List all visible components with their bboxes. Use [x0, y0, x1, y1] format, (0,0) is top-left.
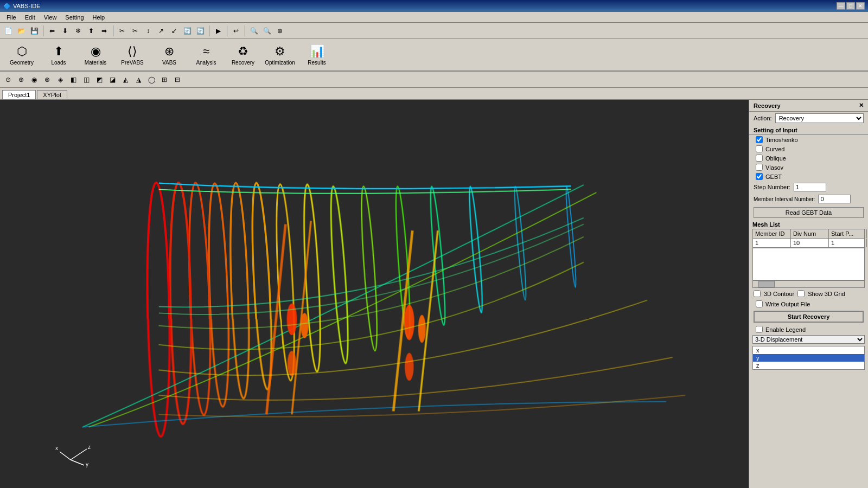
minimize-button[interactable]: —	[837, 2, 845, 10]
tb2-btn8[interactable]: ◩	[93, 74, 105, 86]
member-interval-input[interactable]	[818, 195, 851, 203]
axis-z[interactable]: z	[753, 362, 864, 369]
display-select-row: 3-D Displacement	[749, 334, 868, 345]
nav-label-results: Results	[308, 60, 326, 66]
back-button[interactable]: ⬅	[46, 25, 58, 37]
menu-item-view[interactable]: View	[40, 13, 61, 22]
maximize-button[interactable]: □	[846, 2, 855, 10]
nav-icon-results: 📊	[310, 44, 324, 59]
nav-btn-recovery[interactable]: ♻Recovery	[227, 40, 259, 69]
play-button[interactable]: ▶	[212, 25, 224, 37]
svg-text:z: z	[88, 444, 91, 450]
rotate1-button[interactable]: ↗	[155, 25, 167, 37]
menu-item-help[interactable]: Help	[88, 13, 110, 22]
open-button[interactable]: 📂	[15, 25, 27, 37]
step-number-label: Step Number:	[754, 184, 790, 190]
refresh2-button[interactable]: 🔄	[194, 25, 206, 37]
nav-btn-analysis[interactable]: ≈Analysis	[190, 40, 222, 69]
timoshenko-checkbox[interactable]	[756, 136, 763, 143]
zoom-in-button[interactable]: 🔍	[248, 25, 260, 37]
start-recovery-button[interactable]: Start Recovery	[754, 311, 864, 323]
action-select[interactable]: Recovery Strain Stress	[775, 113, 864, 123]
tb2-btn9[interactable]: ◪	[106, 74, 118, 86]
mesh-scrollbar[interactable]	[752, 280, 865, 288]
nav-btn-geometry[interactable]: ⬡Geometry	[5, 40, 38, 69]
axis-y[interactable]: y	[753, 354, 864, 362]
mesh-scroll-thumb[interactable]	[758, 281, 775, 287]
oblique-row: Oblique	[749, 153, 868, 163]
app-title: VABS-IDE	[13, 3, 41, 9]
tb2-btn10[interactable]: ◭	[119, 74, 131, 86]
down-button[interactable]: ⬇	[59, 25, 71, 37]
nav-btn-vabs[interactable]: ⊛VABS	[153, 40, 186, 69]
show-3d-grid-label: Show 3D Grid	[808, 291, 845, 297]
tb2-btn5[interactable]: ◈	[54, 74, 66, 86]
right-panel: Recovery ✕ Action: Recovery Strain Stres…	[749, 100, 868, 488]
refresh1-button[interactable]: 🔄	[181, 25, 193, 37]
axis-x[interactable]: x	[753, 346, 864, 354]
tb2-btn4[interactable]: ⊛	[41, 74, 53, 86]
nav-btn-optimization[interactable]: ⚙Optimization	[264, 40, 296, 69]
tb2-btn2[interactable]: ⊕	[15, 74, 27, 86]
menu-item-file[interactable]: File	[2, 13, 21, 22]
scale-button[interactable]: ↕	[142, 25, 154, 37]
nav-btn-results[interactable]: 📊Results	[301, 40, 333, 69]
zoom-fit-button[interactable]: 🔍	[261, 25, 273, 37]
save-button[interactable]: 💾	[28, 25, 40, 37]
nav-btn-prevabs[interactable]: ⟨⟩PreVABS	[116, 40, 149, 69]
forward-button[interactable]: ➡	[98, 25, 110, 37]
right-panel-header: Recovery ✕	[749, 100, 868, 112]
menu-item-edit[interactable]: Edit	[21, 13, 40, 22]
gebt-checkbox[interactable]	[756, 173, 763, 180]
nav-label-recovery: Recovery	[232, 60, 254, 66]
step-number-input[interactable]	[794, 183, 826, 191]
nav-btn-materials[interactable]: ◉Materials	[79, 40, 112, 69]
tb2-btn11[interactable]: ◮	[132, 74, 144, 86]
tb2-btn7[interactable]: ◫	[80, 74, 92, 86]
mesh-member-id: 1	[753, 239, 791, 247]
tb2-btn12[interactable]: ◯	[145, 74, 157, 86]
contour-3d-label: 3D Contour	[764, 291, 794, 297]
show-3d-grid-checkbox[interactable]	[797, 290, 805, 297]
svg-point-20	[288, 351, 296, 376]
tb2-btn13[interactable]: ⊞	[158, 74, 170, 86]
enable-legend-checkbox[interactable]	[756, 326, 763, 333]
viewport[interactable]: z x y	[0, 100, 749, 488]
tb2-btn14[interactable]: ⊟	[171, 74, 183, 86]
action-row: Action: Recovery Strain Stress	[749, 112, 868, 125]
vlasov-checkbox[interactable]	[756, 164, 763, 171]
tb2-btn6[interactable]: ◧	[67, 74, 79, 86]
menu-item-setting[interactable]: Setting	[61, 13, 88, 22]
nav-label-prevabs: PreVABS	[121, 60, 144, 66]
oblique-checkbox[interactable]	[756, 155, 763, 162]
curved-checkbox[interactable]	[756, 145, 763, 152]
undo-button[interactable]: ↩	[230, 25, 242, 37]
titlebar-controls: — □ ✕	[837, 2, 865, 10]
right-panel-close[interactable]: ✕	[859, 102, 864, 109]
nav-btn-loads[interactable]: ⬆Loads	[42, 40, 75, 69]
reset-button[interactable]: ❄	[72, 25, 84, 37]
panel-bottom-space	[749, 371, 868, 382]
mesh-list-row-1[interactable]: 1 10 1	[752, 239, 865, 248]
nav-label-geometry: Geometry	[10, 60, 34, 66]
nav-toolbar: ⬡Geometry⬆Loads◉Materials⟨⟩PreVABS⊛VABS≈…	[0, 39, 868, 72]
tab-xyplot[interactable]: XYPlot	[37, 90, 67, 99]
tb2-btn3[interactable]: ◉	[28, 74, 40, 86]
svg-text:y: y	[86, 461, 88, 467]
tb2-btn1[interactable]: ⊙	[2, 74, 14, 86]
cut2-button[interactable]: ✂	[129, 25, 141, 37]
mesh-col-member: Member ID	[753, 229, 791, 238]
close-button[interactable]: ✕	[856, 2, 865, 10]
cut-button[interactable]: ✂	[116, 25, 128, 37]
display-select[interactable]: 3-D Displacement	[752, 335, 865, 344]
mesh-list-empty-area	[752, 248, 865, 280]
tab-project[interactable]: Project1	[2, 90, 36, 99]
new-button[interactable]: 📄	[2, 25, 14, 37]
read-gebt-button[interactable]: Read GEBT Data	[754, 207, 864, 218]
contour-3d-checkbox[interactable]	[754, 290, 761, 297]
write-output-checkbox[interactable]	[756, 300, 763, 307]
zoom-out-button[interactable]: ⊕	[274, 25, 286, 37]
titlebar-left: 🔷 VABS-IDE	[3, 3, 41, 10]
up-button[interactable]: ⬆	[85, 25, 97, 37]
rotate2-button[interactable]: ↙	[168, 25, 180, 37]
